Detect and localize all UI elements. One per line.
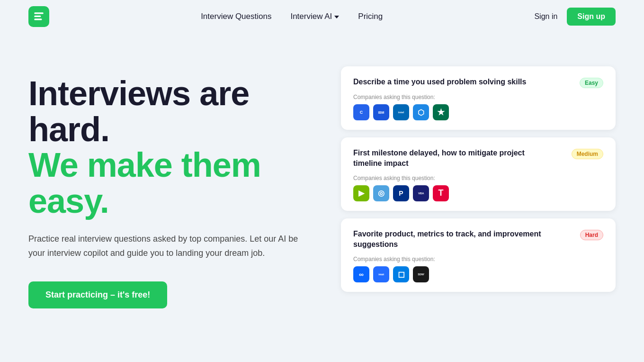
- question-card-1[interactable]: Describe a time you used problem solving…: [341, 66, 616, 130]
- logo[interactable]: [28, 6, 49, 27]
- sign-up-button[interactable]: Sign up: [567, 8, 616, 26]
- logo-clari: ◎: [373, 185, 389, 201]
- card-title-3: Favorite product, metrics to track, and …: [353, 229, 552, 250]
- question-card-3[interactable]: Favorite product, metrics to track, and …: [341, 218, 616, 292]
- logo-paypal: P: [393, 185, 409, 201]
- logo-starbucks: ★: [433, 104, 449, 120]
- svg-rect-2: [34, 18, 42, 20]
- question-card-2[interactable]: First milestone delayed, how to mitigate…: [341, 137, 616, 211]
- logo-intel: intel: [393, 104, 409, 120]
- card-header-1: Describe a time you used problem solving…: [353, 77, 603, 88]
- badge-medium-2: Medium: [572, 149, 603, 159]
- card-header-3: Favorite product, metrics to track, and …: [353, 229, 603, 250]
- nav-links: Interview Questions Interview AI Pricing: [201, 12, 383, 21]
- hero-subtitle: Practice real interview questions asked …: [28, 232, 303, 260]
- hero-title-line1: Interviews are hard.: [28, 76, 313, 147]
- logo-intuit: intuit: [373, 266, 389, 282]
- companies-label-3: Companies asking this question:: [353, 256, 603, 262]
- company-logos-3: ∞ intuit ◻ SONY: [353, 266, 603, 282]
- logo-coursera: C: [353, 104, 369, 120]
- nav-interview-ai[interactable]: Interview AI: [290, 12, 339, 21]
- logo-dropbox: ◻: [393, 266, 409, 282]
- navbar: Interview Questions Interview AI Pricing…: [0, 0, 644, 33]
- nav-auth: Sign in Sign up: [534, 8, 616, 26]
- badge-easy-1: Easy: [580, 78, 603, 88]
- nav-interview-questions[interactable]: Interview Questions: [201, 12, 271, 21]
- logo-meta: ∞: [353, 266, 369, 282]
- logo-sony: SONY: [413, 266, 429, 282]
- card-title-1: Describe a time you used problem solving…: [353, 77, 526, 87]
- hero-section: Interviews are hard. We make them easy. …: [28, 62, 313, 308]
- company-logos-2: ▶ ◎ P VISA T: [353, 185, 603, 201]
- sign-in-link[interactable]: Sign in: [534, 12, 557, 21]
- badge-hard-3: Hard: [580, 230, 603, 240]
- nav-pricing[interactable]: Pricing: [358, 12, 383, 21]
- svg-rect-1: [34, 16, 41, 17]
- main-content: Interviews are hard. We make them easy. …: [0, 33, 644, 327]
- logo-ibm: IBM: [373, 104, 389, 120]
- card-header-2: First milestone delayed, how to mitigate…: [353, 148, 603, 169]
- company-logos-1: C IBM intel ⬡ ★: [353, 104, 603, 120]
- companies-label-1: Companies asking this question:: [353, 94, 603, 100]
- logo-icon: [33, 10, 45, 23]
- logo-visa: VISA: [413, 185, 429, 201]
- card-title-2: First milestone delayed, how to mitigate…: [353, 148, 552, 169]
- logo-nvidia: ▶: [353, 185, 369, 201]
- companies-label-2: Companies asking this question:: [353, 175, 603, 181]
- logo-tmobile: T: [433, 185, 449, 201]
- chevron-down-icon: [334, 16, 339, 18]
- question-cards: Describe a time you used problem solving…: [341, 62, 616, 292]
- hero-title-line2: We make them easy.: [28, 147, 313, 219]
- logo-company4: ⬡: [413, 104, 429, 120]
- svg-rect-0: [34, 12, 44, 14]
- cta-button[interactable]: Start practicing – it's free!: [28, 281, 167, 308]
